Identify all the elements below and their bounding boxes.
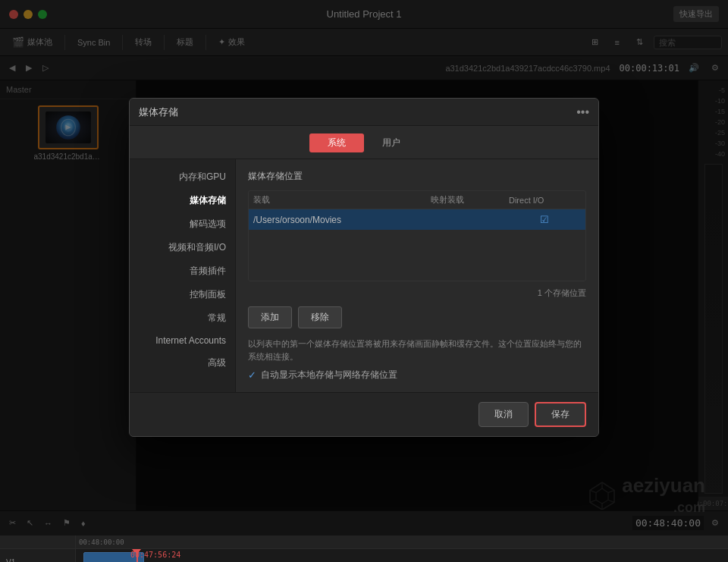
timeline-track-labels: V1 A1 [0,535,76,562]
col-header-path: 装载 [249,191,426,209]
sidebar-item-video-audio-io[interactable]: 视频和音频I/O [130,236,235,259]
modal-title: 媒体存储 [139,105,178,119]
storage-path: /Users/orsoon/Movies [249,209,426,231]
checkbox-auto-display-icon: ✓ [248,369,256,381]
modal-header: 媒体存储 ••• [130,99,598,126]
sidebar-item-media-storage[interactable]: 媒体存储 [130,189,235,212]
cancel-button[interactable]: 取消 [479,402,529,427]
sidebar-item-general[interactable]: 常规 [130,306,235,330]
remove-storage-button[interactable]: 移除 [298,306,342,328]
modal-body: 内存和GPU 媒体存储 解码选项 视频和音频I/O 音频插件 控制面板 常规 I… [130,159,598,392]
timeline-content: V1 A1 00:48:00:00 00:47:56:24 [0,535,728,562]
table-row[interactable]: /Users/orsoon/Movies ☑ [249,209,585,231]
sidebar-item-decode[interactable]: 解码选项 [130,212,235,236]
storage-count: 1 个存储位置 [248,287,586,299]
storage-table-container: 装载 映射装载 Direct I/O /Users/orsoon/Movies … [248,190,586,281]
ruler-spacer [0,535,75,549]
modal-actions: 添加 移除 [248,306,586,328]
video-track-label: V1 [0,549,75,562]
tab-user[interactable]: 用户 [364,133,419,152]
tab-system[interactable]: 系统 [309,133,364,152]
storage-mapped [426,209,504,231]
checkbox-checked-icon: ☑ [540,214,549,225]
modal-menu-button[interactable]: ••• [576,105,589,119]
save-button[interactable]: 保存 [535,402,586,427]
modal-overlay: 媒体存储 ••• 系统 用户 内存和GPU 媒体存储 解码选项 视频和音频I/O… [0,0,728,535]
table-header-row: 装载 映射装载 Direct I/O [249,191,585,209]
timeline-ruler: 00:48:00:00 [76,535,728,549]
preferences-modal: 媒体存储 ••• 系统 用户 内存和GPU 媒体存储 解码选项 视频和音频I/O… [129,98,599,437]
storage-direct-io[interactable]: ☑ [504,209,585,231]
sidebar-item-internet-accounts[interactable]: Internet Accounts [130,330,235,351]
auto-display-label: 自动显示本地存储与网络存储位置 [261,369,397,381]
playhead-timecode: 00:47:56:24 [130,551,180,559]
sidebar-item-advanced[interactable]: 高级 [130,351,235,375]
sidebar-item-control-panel[interactable]: 控制面板 [130,283,235,306]
col-header-directio: Direct I/O [504,191,585,209]
storage-table: 装载 映射装载 Direct I/O /Users/orsoon/Movies … [249,191,585,231]
modal-content: 媒体存储位置 装载 映射装载 Direct I/O /User [236,159,598,392]
col-header-mapped: 映射装载 [426,191,504,209]
sidebar-item-memory-gpu[interactable]: 内存和GPU [130,165,235,189]
sidebar-item-audio-plugins[interactable]: 音频插件 [130,259,235,283]
auto-display-checkbox-row: ✓ 自动显示本地存储与网络存储位置 [248,369,586,381]
section-title: 媒体存储位置 [248,170,586,183]
modal-sidebar: 内存和GPU 媒体存储 解码选项 视频和音频I/O 音频插件 控制面板 常规 I… [130,159,236,392]
add-storage-button[interactable]: 添加 [248,306,292,328]
modal-tabs: 系统 用户 [130,126,598,159]
timeline-tracks: 00:48:00:00 00:47:56:24 [76,535,728,562]
modal-footer: 取消 保存 [130,392,598,436]
storage-note: 以列表中的第一个媒体存储位置将被用来存储画面静帧和缓存文件。这个位置应始终与您的… [248,338,586,363]
